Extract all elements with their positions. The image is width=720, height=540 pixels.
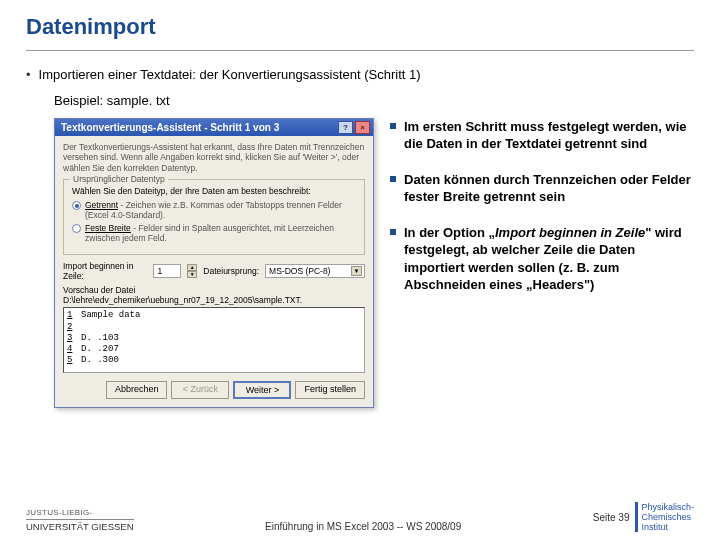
note-1: Im ersten Schritt muss festgelegt werden… — [390, 118, 694, 153]
bullet-icon — [390, 176, 396, 182]
radio-icon[interactable] — [72, 201, 81, 210]
radio-icon[interactable] — [72, 224, 81, 233]
chevron-down-icon[interactable]: ▼ — [351, 266, 362, 276]
spin-down-icon[interactable]: ▼ — [187, 271, 197, 278]
start-row-label: Import beginnen in Zeile: — [63, 261, 147, 281]
page-title: Datenimport — [26, 14, 694, 40]
page-number: Seite 39 — [593, 512, 630, 523]
datatype-group: Ursprünglicher Datentyp Wählen Sie den D… — [63, 179, 365, 255]
radio-fixedwidth[interactable]: Feste Breite - Felder sind in Spalten au… — [72, 223, 356, 243]
radio-label: Feste Breite — [85, 223, 131, 233]
wizard-window: Textkonvertierungs-Assistent - Schritt 1… — [54, 118, 374, 409]
bullet-icon — [390, 123, 396, 129]
footer: JUSTUS-LIEBIG- UNIVERSITÄT GIESSEN Einfü… — [0, 502, 720, 532]
preview-box: 1Sample data 2 3D. .103 4D. .207 5D. .30… — [63, 307, 365, 373]
intro-bullet: • Importieren einer Textdatei: der Konve… — [26, 67, 694, 83]
radio-desc: - Zeichen wie z.B. Kommas oder Tabstopps… — [85, 200, 342, 220]
intro-text: Importieren einer Textdatei: der Konvert… — [39, 67, 421, 82]
footer-center-text: Einführung in MS Excel 2003 -- WS 2008/0… — [134, 521, 593, 532]
notes-column: Im ersten Schritt muss festgelegt werden… — [390, 118, 694, 409]
spin-up-icon[interactable]: ▲ — [187, 264, 197, 271]
origin-dropdown[interactable]: MS-DOS (PC-8) ▼ — [265, 264, 365, 278]
note-3: In der Option „Import beginnen in Zeile"… — [390, 224, 694, 294]
radio-delimited[interactable]: Getrennt - Zeichen wie z.B. Kommas oder … — [72, 200, 356, 220]
wizard-description: Der Textkonvertierungs-Assistent hat erk… — [63, 142, 365, 174]
cancel-button[interactable]: Abbrechen — [106, 381, 168, 399]
bullet-icon — [390, 229, 396, 235]
start-row-input[interactable]: 1 — [153, 264, 181, 278]
preview-label: Vorschau der Datei D:\lehre\edv_chemiker… — [63, 285, 365, 305]
group-lead: Wählen Sie den Dateityp, der Ihre Daten … — [72, 186, 356, 196]
university-logo: JUSTUS-LIEBIG- UNIVERSITÄT GIESSEN — [26, 508, 134, 532]
wizard-title: Textkonvertierungs-Assistent - Schritt 1… — [61, 122, 279, 133]
note-2: Daten können durch Trennzeichen oder Fel… — [390, 171, 694, 206]
radio-label: Getrennt — [85, 200, 118, 210]
finish-button[interactable]: Fertig stellen — [295, 381, 365, 399]
back-button: < Zurück — [171, 381, 229, 399]
divider — [26, 50, 694, 51]
next-button[interactable]: Weiter > — [233, 381, 291, 399]
example-text: Beispiel: sample. txt — [54, 93, 694, 108]
close-icon[interactable]: × — [355, 121, 370, 134]
wizard-titlebar[interactable]: Textkonvertierungs-Assistent - Schritt 1… — [55, 119, 373, 136]
help-icon[interactable]: ? — [338, 121, 353, 134]
institute-logo: Physikalisch- Chemisches Institut — [635, 502, 694, 532]
origin-label: Dateiursprung: — [203, 266, 259, 276]
group-legend: Ursprünglicher Datentyp — [70, 174, 168, 184]
